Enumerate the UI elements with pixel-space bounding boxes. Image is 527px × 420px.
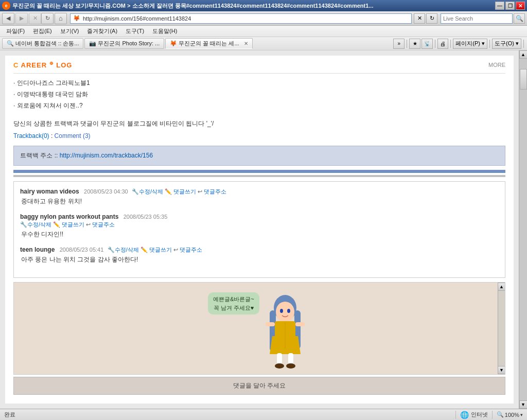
blog-message-text: 당신의 상콤한 트랙백과 댓글이 무진군의 블로그질에 비타민이 됩니다 '_'…	[13, 120, 214, 127]
security-label: 인터넷	[471, 411, 488, 418]
scroll-up-btn[interactable]: ▲	[498, 283, 506, 291]
close-button[interactable]: ✕	[516, 2, 525, 10]
blog-list-item-1[interactable]: 이명박대통령 대국민 담화	[13, 89, 505, 100]
trackback-comment-line: Trackback(0) : Comment (3)	[13, 132, 505, 139]
print-btn[interactable]: 🖨	[437, 39, 448, 49]
bookmark-item-0[interactable]: 🔍 네이버 통합검색 :: 손동...	[2, 38, 83, 49]
page-content: C AREER ⊕ LOG MORE 인디아나죠스 그라픽노블1 이명박대통령 …	[0, 50, 519, 409]
status-security: 🌐 인터넷	[455, 411, 493, 419]
comment-actions-row-1: 🔧수정/삭제 ✏️ 댓글쓰기 ↩ 댓글주소	[20, 221, 499, 229]
edit-link-1[interactable]: 수정/삭제	[27, 221, 51, 227]
bookmark-label-0: 네이버 통합검색 :: 손동...	[15, 40, 79, 47]
search-button[interactable]: 🔍	[514, 13, 525, 24]
home-button[interactable]: ⌂	[55, 13, 67, 24]
write-link-2[interactable]: 댓글쓰기	[148, 247, 172, 253]
status-zoom[interactable]: 🔍 100% ▾	[497, 411, 523, 418]
bookmarks-separator-4	[489, 40, 490, 48]
permalink-0[interactable]: 댓글주소	[202, 188, 226, 195]
comment-form-box[interactable]: 댓글을 달아 주세요	[13, 377, 505, 395]
scroll-down-btn[interactable]: ▼	[498, 366, 506, 374]
address-bar[interactable]: 🦊 http://mujinism.com/156#comment1143824	[70, 13, 412, 24]
blog-message: 당신의 상콤한 트랙백과 댓글이 무진군의 블로그질에 비타민이 됩니다 '_'…	[13, 119, 505, 128]
scroll-track[interactable]	[519, 59, 528, 400]
comments-box: hairy woman videos 2008/05/23 04:30 🔧수정/…	[13, 181, 505, 278]
comment-date-0: 2008/05/23 04:30	[84, 188, 128, 195]
career-blog-header: C AREER ⊕ LOG MORE	[13, 61, 505, 74]
zoom-level: 100%	[505, 412, 519, 418]
menu-tools[interactable]: 도구(T)	[121, 26, 148, 36]
rss-btn[interactable]: 📡	[421, 39, 433, 49]
trackback-link[interactable]: Trackback(0)	[13, 132, 49, 139]
address-bar-area: 🦊 http://mujinism.com/156#comment1143824…	[70, 13, 437, 24]
edit-link-2[interactable]: 수정/삭제	[115, 247, 139, 253]
main-scrollbar: ▲ ▼	[519, 50, 527, 409]
trackback-url-link[interactable]: http://mujinism.com/trackback/156	[60, 152, 153, 159]
write-link-1[interactable]: 댓글쓰기	[60, 221, 84, 227]
comment-item-2: teen lounge 2008/05/23 05:41 🔧수정/삭제 ✏️ 댓…	[20, 246, 499, 264]
forward-button[interactable]: ▶	[15, 13, 28, 24]
comment-author-1: baggy nylon pants workout pants	[20, 213, 118, 220]
restore-button[interactable]: ❐	[505, 2, 515, 10]
menu-edit[interactable]: 편집(E)	[29, 26, 56, 36]
trackback-url-box: 트랙백 주소 :: http://mujinism.com/trackback/…	[13, 146, 505, 166]
add-favorites-btn[interactable]: ★	[409, 39, 420, 49]
menu-bar: 파일(F) 편집(E) 보기(V) 즐겨찾기(A) 도구(T) 도움말(H)	[0, 26, 527, 37]
window-controls: — ❐ ✕	[495, 2, 525, 10]
scroll-bottom-btn[interactable]: ▼	[519, 400, 528, 409]
nav-bar: ◀ ▶ ✕ ↻ ⌂ 🦊 http://mujinism.com/156#comm…	[0, 11, 527, 26]
comment-header-2: teen lounge 2008/05/23 05:41 🔧수정/삭제 ✏️ 댓…	[20, 246, 499, 254]
window-title: 무진군의 꼴 때리는 세상 보기/무지니즘.COM > 소소하게 잘러뎐 풍목#…	[12, 2, 373, 10]
refresh-button[interactable]: ↻	[41, 13, 54, 24]
career-logo-c: C	[13, 61, 19, 69]
edit-link-0[interactable]: 수정/삭제	[139, 188, 163, 195]
image-comment-scrollbar[interactable]: ▲ ▼	[498, 283, 505, 374]
comment-link[interactable]: Comment (3)	[55, 132, 91, 139]
career-logo-text: AREER	[21, 61, 47, 69]
image-comment-box: ▲ ▼ 예쁜글&바른글~꼭 남겨 주세요♥	[13, 282, 505, 375]
menu-view[interactable]: 보기(V)	[56, 26, 83, 36]
scroll-thumb[interactable]	[520, 69, 527, 90]
minimize-button[interactable]: —	[495, 2, 504, 10]
scroll-top-btn[interactable]: ▲	[519, 50, 528, 59]
career-logo-dot: ⊕	[49, 61, 54, 66]
comment-actions-0: 🔧수정/삭제 ✏️ 댓글쓰기 ↩ 댓글주소	[132, 188, 226, 195]
bookmark-icon-2: 🦊	[170, 40, 177, 47]
bookmark-item-2[interactable]: 🦊 무진군의 꼴 때리는 세... ✕	[165, 38, 252, 49]
tools-btn[interactable]: 도구(O) ▾	[492, 39, 521, 49]
career-more-link[interactable]: MORE	[488, 62, 505, 68]
stop-indicator[interactable]: ✕	[414, 13, 425, 24]
back-button[interactable]: ◀	[2, 13, 14, 24]
blog-list-item-0[interactable]: 인디아나죠스 그라픽노블1	[13, 78, 505, 89]
refresh-indicator[interactable]: ↻	[426, 13, 437, 24]
svg-point-4	[280, 309, 283, 313]
address-text: http://mujinism.com/156#comment1143824	[83, 15, 191, 22]
status-text: 완료	[4, 411, 15, 418]
anime-character	[259, 292, 311, 370]
svg-point-13	[275, 363, 284, 369]
image-area: 예쁜글&바른글~꼭 남겨 주세요♥	[14, 283, 505, 374]
trackback-url-label: 트랙백 주소 ::	[20, 152, 58, 159]
bookmarks-overflow[interactable]: »	[393, 39, 405, 49]
search-input[interactable]	[441, 13, 513, 24]
comment-date-1: 2008/05/23 05:35	[124, 214, 168, 220]
menu-help[interactable]: 도움말(H)	[148, 26, 181, 36]
bookmarks-separator-3	[450, 40, 451, 48]
bookmark-close-2[interactable]: ✕	[244, 41, 248, 46]
browser-icon: e	[2, 2, 10, 10]
bookmark-item-1[interactable]: 📷 무진군의 Photo Story: ...	[84, 38, 164, 49]
blog-list-item-2[interactable]: 외로움에 지쳐서 이젠..?	[13, 100, 505, 112]
permalink-1[interactable]: 댓글주소	[91, 221, 115, 227]
title-bar-left: e 무진군의 꼴 때리는 세상 보기/무지니즘.COM > 소소하게 잘러뎐 풍…	[2, 2, 373, 10]
comment-actions-2: 🔧수정/삭제 ✏️ 댓글쓰기 ↩ 댓글주소	[108, 247, 202, 253]
page-btn[interactable]: 페이지(P) ▾	[453, 39, 487, 49]
write-link-0[interactable]: 댓글쓰기	[172, 188, 196, 195]
permalink-2[interactable]: 댓글주소	[178, 247, 202, 253]
bookmark-icon-1: 📷	[89, 40, 96, 47]
stop-button[interactable]: ✕	[29, 13, 41, 24]
refresh-stop-area: ✕ ↻	[29, 13, 54, 24]
menu-favorites[interactable]: 즐겨찾기(A)	[83, 26, 121, 36]
blue-divider	[13, 170, 505, 173]
menu-file[interactable]: 파일(F)	[2, 26, 29, 36]
zoom-chevron: ▾	[520, 412, 523, 417]
page-favicon: 🦊	[73, 14, 81, 23]
